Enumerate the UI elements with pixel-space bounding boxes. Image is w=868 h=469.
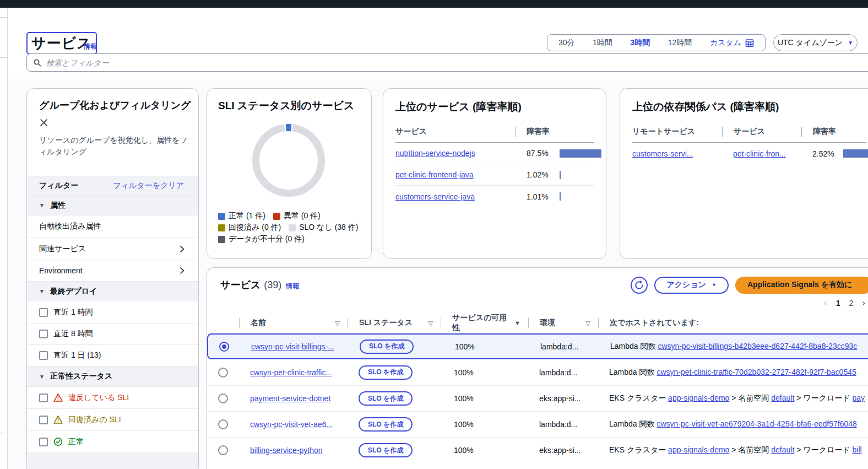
top-services-title: 上位のサービス (障害率順) — [395, 100, 594, 114]
column-name[interactable]: 名前 ▽ — [239, 318, 348, 328]
create-slo-button[interactable]: SLO を作成 — [359, 391, 413, 406]
legend-item-recovered[interactable]: 回復済み (0 件) — [218, 223, 281, 233]
last-deploy-section-header[interactable]: ▼ 最終デプロイ — [27, 281, 198, 301]
legend-item-unhealthy[interactable]: 異常 (0 件) — [273, 211, 321, 221]
health-status-section-label: 正常性ステータス — [50, 371, 112, 381]
row-radio[interactable] — [218, 419, 228, 429]
checkbox-unhealthy-sli[interactable] — [39, 393, 48, 402]
checkbox-recovered-sli[interactable] — [39, 416, 48, 424]
table-row: cwsyn-pc-visit-billings-... SLO を作成 100%… — [207, 333, 868, 359]
enable-application-signals-button[interactable]: Application Signals を有効に — [735, 277, 868, 294]
service-name-link[interactable]: cwsyn-pet-clinic-traffic... — [250, 368, 332, 377]
create-slo-button[interactable]: SLO を作成 — [359, 443, 413, 457]
legend-swatch — [218, 236, 225, 243]
availability-value: 100% — [442, 342, 529, 351]
filter-panel-title: グループ化およびフィルタリング — [39, 99, 191, 112]
legend-item-no-slo[interactable]: SLO なし (38 件) — [289, 223, 358, 233]
host-link[interactable]: cwsyn-pc-visit-vet-ae679204-3a1d-4254-bf… — [657, 419, 856, 428]
create-slo-button[interactable]: SLO を作成 — [359, 417, 413, 432]
column-availability[interactable]: サービスの可用性 ▼ — [441, 318, 528, 328]
remote-service-link[interactable]: customers-servi... — [632, 149, 693, 158]
search-filter-bar[interactable] — [26, 53, 868, 72]
host-link[interactable]: app-signals-demo — [668, 445, 729, 454]
close-icon[interactable] — [39, 118, 48, 127]
sort-icon[interactable]: ▽ — [335, 320, 340, 327]
hosted-in-cell: Lambda 関数 cwsyn-pc-visit-vet-ae679204-3a… — [598, 419, 868, 429]
host-link[interactable]: default — [771, 445, 794, 454]
health-status-section-header[interactable]: ▼ 正常性ステータス — [27, 366, 198, 386]
rail-divider — [0, 57, 8, 58]
host-link[interactable]: default — [771, 393, 794, 402]
time-option-custom[interactable]: カスタム — [710, 38, 754, 48]
column-hosted-in[interactable]: 次でホストされています: — [598, 318, 868, 328]
console-top-bar — [0, 0, 868, 8]
actions-dropdown-button[interactable]: アクション ▼ — [654, 277, 729, 294]
create-slo-button[interactable]: SLO を作成 — [360, 339, 414, 354]
host-link[interactable]: cwsyn-pet-clinic-traffic-70d2b032-2727-4… — [657, 368, 856, 376]
environment-item[interactable]: Environment — [27, 260, 198, 281]
attributes-section-header[interactable]: ▼ 属性 — [27, 195, 198, 215]
next-page-icon[interactable]: › — [862, 298, 865, 309]
time-option-1h[interactable]: 1時間 — [593, 38, 612, 48]
fault-rate-bar — [843, 149, 868, 158]
create-slo-button[interactable]: SLO を作成 — [359, 365, 413, 380]
item-label: 関連サービス — [39, 244, 86, 254]
sort-icon[interactable]: ▽ — [586, 320, 590, 327]
search-input[interactable] — [46, 58, 868, 67]
row-radio[interactable] — [218, 445, 228, 455]
page-2[interactable]: 2 — [849, 299, 854, 308]
service-name-link[interactable]: billing-service-python — [250, 446, 323, 455]
row-radio[interactable] — [218, 368, 228, 378]
checkbox-last-8h[interactable] — [39, 330, 48, 338]
row-radio[interactable] — [218, 393, 228, 403]
host-link[interactable]: cwsyn-pc-visit-billings-b42b3eee-d627-44… — [658, 342, 857, 351]
host-link[interactable]: bill — [852, 445, 861, 454]
time-option-12h[interactable]: 12時間 — [668, 38, 692, 48]
item-label: Environment — [39, 266, 83, 275]
column-environment[interactable]: 環境 ▽ — [528, 318, 598, 328]
page-info-link[interactable]: 情報 — [84, 42, 97, 51]
sli-chart-legend: 正常 (1 件) 異常 (0 件) 回復済み (0 件) SLO なし (38 … — [218, 211, 365, 244]
checkbox-last-1h[interactable] — [39, 308, 48, 317]
collapsed-side-panel-rail[interactable] — [0, 8, 8, 469]
checkbox-last-1d[interactable] — [39, 351, 48, 360]
checkbox-label: 直近 1 日 (13) — [53, 351, 101, 360]
legend-item-healthy[interactable]: 正常 (1 件) — [218, 211, 265, 221]
check-circle-icon — [53, 437, 63, 446]
time-option-30m[interactable]: 30分 — [558, 38, 575, 48]
service-name-link[interactable]: cwsyn-pc-visit-billings-... — [251, 342, 334, 351]
clear-filters-link[interactable]: フィルターをクリア — [113, 181, 186, 191]
row-radio-selected[interactable] — [219, 342, 229, 352]
sort-descending-icon[interactable]: ▼ — [514, 320, 520, 326]
legend-item-insufficient-data[interactable]: データが不十分 (0 件) — [218, 234, 305, 244]
host-link[interactable]: pay — [852, 393, 865, 402]
auto-detected-attributes-item[interactable]: 自動検出済み属性 — [27, 215, 198, 238]
host-link[interactable]: app-signals-demo — [668, 393, 729, 402]
service-link[interactable]: pet-clinic-frontend-java — [395, 170, 474, 179]
previous-page-icon[interactable]: ‹ — [824, 298, 827, 309]
legend-swatch — [218, 213, 225, 220]
column-label: SLI ステータス — [359, 318, 413, 328]
service-name-link[interactable]: cwsyn-pc-visit-vet-ae6... — [250, 420, 333, 429]
availability-value: 100% — [441, 420, 528, 429]
hosted-in-cell: Lambda 関数 cwsyn-pet-clinic-traffic-70d2b… — [598, 368, 868, 378]
time-option-3h-selected[interactable]: 3時間 — [630, 38, 650, 48]
host-text: EKS クラスター — [609, 393, 668, 402]
sort-icon[interactable]: ▽ — [428, 320, 433, 327]
service-link[interactable]: customers-service-java — [395, 192, 475, 201]
warning-triangle-icon — [53, 393, 63, 402]
related-services-item[interactable]: 関連サービス — [27, 238, 198, 260]
services-info-link[interactable]: 情報 — [286, 282, 299, 291]
page-1[interactable]: 1 — [836, 299, 840, 308]
column-label: 次でホストされています: — [610, 318, 699, 328]
service-name-link[interactable]: payment-service-dotnet — [250, 394, 330, 403]
table-row: payment-service-dotnet SLO を作成 100% eks:… — [207, 385, 868, 411]
column-sli-status[interactable]: SLI ステータス ▽ — [348, 318, 441, 328]
section-collapse-icon: ▼ — [39, 202, 45, 208]
checkbox-healthy[interactable] — [39, 438, 48, 446]
service-link[interactable]: pet-clinic-fron... — [733, 149, 786, 158]
table-row: customers-servi... pet-clinic-fron... 2.… — [632, 143, 866, 164]
refresh-button[interactable] — [631, 277, 648, 294]
timezone-dropdown[interactable]: UTC タイムゾーン ▼ — [773, 34, 858, 51]
service-link[interactable]: nutrition-service-nodejs — [395, 149, 475, 158]
